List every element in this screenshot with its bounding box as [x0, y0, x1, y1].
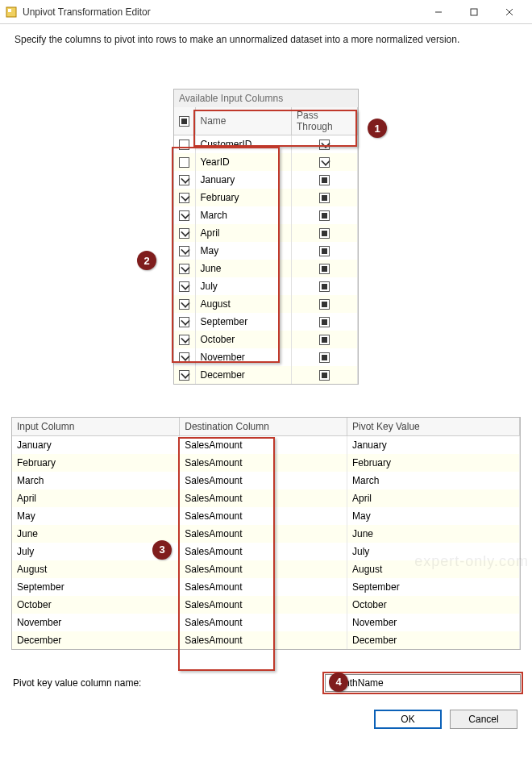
mapping-dest-cell[interactable]: SalesAmount [180, 472, 347, 489]
mapping-row: JuneSalesAmountJune [12, 525, 520, 543]
dialog-buttons: OK Cancel [11, 710, 521, 729]
available-row-checkbox[interactable] [174, 277, 195, 295]
mapping-dest-cell[interactable]: SalesAmount [180, 631, 347, 649]
available-row-passthrough[interactable] [292, 295, 358, 313]
mapping-dest-cell[interactable]: SalesAmount [180, 560, 347, 578]
pivot-key-value-input[interactable] [325, 674, 521, 692]
mapping-pkv-cell[interactable]: April [347, 489, 519, 507]
mapping-row: AprilSalesAmountApril [12, 489, 520, 507]
mapping-pkv-cell[interactable]: January [347, 435, 519, 454]
mapping-input-cell[interactable]: December [12, 631, 180, 649]
close-button[interactable] [492, 0, 527, 24]
mapping-pkv-cell[interactable]: June [347, 525, 519, 543]
available-row-checkbox[interactable] [174, 171, 195, 189]
available-row-checkbox[interactable] [174, 135, 195, 153]
available-row: April [174, 224, 358, 242]
available-row-name[interactable]: YearID [195, 153, 292, 171]
mapping-input-cell[interactable]: March [12, 472, 180, 489]
mapping-pkv-cell[interactable]: February [347, 454, 519, 472]
available-row-name[interactable]: May [195, 242, 292, 260]
mapping-row: JanuarySalesAmountJanuary [12, 435, 520, 454]
available-row-passthrough[interactable] [292, 242, 358, 260]
titlebar: Unpivot Transformation Editor [0, 0, 532, 24]
minimize-button[interactable] [421, 0, 456, 24]
available-row-passthrough[interactable] [292, 260, 358, 277]
available-row-passthrough[interactable] [292, 171, 358, 189]
available-row-checkbox[interactable] [174, 242, 195, 260]
available-row-checkbox[interactable] [174, 206, 195, 224]
mapping-input-cell[interactable]: February [12, 454, 180, 472]
mapping-pkv-cell[interactable]: August [347, 560, 519, 578]
mapping-pkv-cell[interactable]: December [347, 631, 519, 649]
mapping-dest-cell[interactable]: SalesAmount [180, 435, 347, 454]
mapping-row: AugustSalesAmountAugust [12, 560, 520, 578]
available-row-passthrough[interactable] [292, 206, 358, 224]
available-row-passthrough[interactable] [292, 348, 358, 366]
mapping-input-cell[interactable]: November [12, 614, 180, 631]
available-row-checkbox[interactable] [174, 224, 195, 242]
mapping-pkv-cell[interactable]: October [347, 596, 519, 614]
mapping-input-cell[interactable]: April [12, 489, 180, 507]
mapping-dest-cell[interactable]: SalesAmount [180, 525, 347, 543]
available-row-name[interactable]: January [195, 171, 292, 189]
available-row-checkbox[interactable] [174, 153, 195, 171]
mapping-pkv-cell[interactable]: September [347, 578, 519, 596]
mapping-pkv-cell[interactable]: May [347, 507, 519, 525]
available-row-passthrough[interactable] [292, 189, 358, 206]
mapping-dest-cell[interactable]: SalesAmount [180, 596, 347, 614]
cancel-button[interactable]: Cancel [450, 710, 517, 729]
mapping-dest-cell[interactable]: SalesAmount [180, 454, 347, 472]
mapping-dest-cell[interactable]: SalesAmount [180, 614, 347, 631]
mapping-pkv-cell[interactable]: July [347, 543, 519, 560]
mapping-input-cell[interactable]: July [12, 543, 180, 560]
mapping-dest-cell[interactable]: SalesAmount [180, 543, 347, 560]
available-row-checkbox[interactable] [174, 189, 195, 206]
ok-button[interactable]: OK [374, 710, 442, 729]
available-row-checkbox[interactable] [174, 348, 195, 366]
pivot-key-row: Pivot key value column name: 4 [11, 674, 521, 692]
mapping-input-cell[interactable]: August [12, 560, 180, 578]
mapping-input-cell[interactable]: September [12, 578, 180, 596]
available-row-passthrough[interactable] [292, 366, 358, 384]
available-row-name[interactable]: June [195, 260, 292, 277]
select-all-header[interactable] [174, 107, 195, 135]
available-row: YearID [174, 153, 358, 171]
available-row-checkbox[interactable] [174, 366, 195, 384]
available-row-name[interactable]: February [195, 189, 292, 206]
available-row-passthrough[interactable] [292, 135, 358, 153]
mapping-input-cell[interactable]: June [12, 525, 180, 543]
maximize-button[interactable] [456, 0, 492, 24]
mapping-pkv-cell[interactable]: November [347, 614, 519, 631]
available-row-checkbox[interactable] [174, 260, 195, 277]
mapping-dest-cell[interactable]: SalesAmount [180, 578, 347, 596]
available-row-checkbox[interactable] [174, 295, 195, 313]
available-row-checkbox[interactable] [174, 331, 195, 348]
available-row-name[interactable]: March [195, 206, 292, 224]
mapping-dest-cell[interactable]: SalesAmount [180, 507, 347, 525]
description-text: Specify the columns to pivot into rows t… [0, 24, 532, 48]
available-row: May [174, 242, 358, 260]
available-row-checkbox[interactable] [174, 313, 195, 331]
available-row: December [174, 366, 358, 384]
available-row-name[interactable]: CustomerID [195, 135, 292, 153]
mapping-grid: Input Column Destination Column Pivot Ke… [11, 417, 521, 650]
available-row-passthrough[interactable] [292, 277, 358, 295]
available-row-name[interactable]: October [195, 331, 292, 348]
mapping-input-cell[interactable]: May [12, 507, 180, 525]
available-header-name: Name [195, 107, 292, 135]
available-row-name[interactable]: November [195, 348, 292, 366]
available-row-passthrough[interactable] [292, 313, 358, 331]
mapping-input-cell[interactable]: January [12, 435, 180, 454]
available-row-passthrough[interactable] [292, 331, 358, 348]
available-row-name[interactable]: December [195, 366, 292, 384]
available-row-name[interactable]: September [195, 313, 292, 331]
available-row-name[interactable]: April [195, 224, 292, 242]
available-row-passthrough[interactable] [292, 224, 358, 242]
available-row: February [174, 189, 358, 206]
mapping-dest-cell[interactable]: SalesAmount [180, 489, 347, 507]
available-row-name[interactable]: August [195, 295, 292, 313]
mapping-input-cell[interactable]: October [12, 596, 180, 614]
available-row-name[interactable]: July [195, 277, 292, 295]
mapping-pkv-cell[interactable]: March [347, 472, 519, 489]
available-row-passthrough[interactable] [292, 153, 358, 171]
